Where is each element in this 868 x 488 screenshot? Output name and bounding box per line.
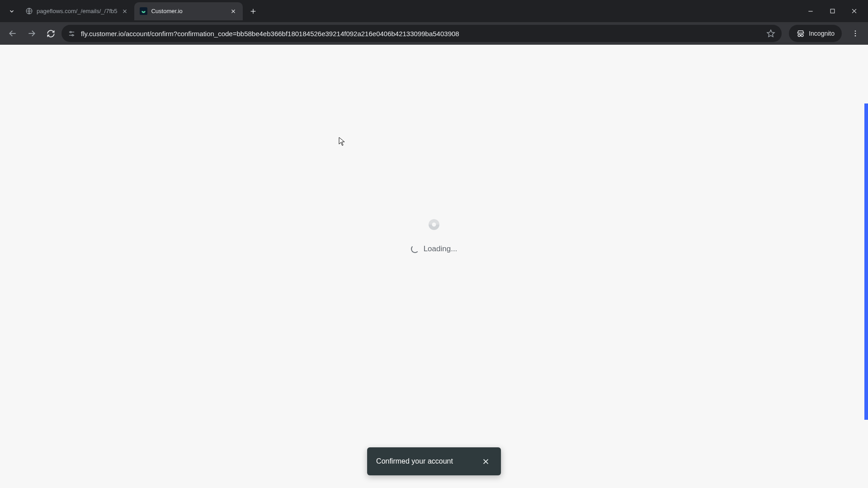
forward-button[interactable] (24, 25, 40, 42)
toast-message: Confirmed your account (376, 457, 453, 465)
star-icon (766, 29, 775, 38)
tab-customerio[interactable]: Customer.io (134, 2, 243, 20)
svg-point-23 (855, 33, 856, 34)
browser-tabstrip: pageflows.com/_/emails/_/7fb5 Customer.i… (0, 0, 868, 22)
toast-close-button[interactable] (480, 455, 492, 467)
arrow-left-icon (8, 29, 17, 38)
svg-point-20 (801, 34, 803, 37)
tab-close-button[interactable] (121, 7, 129, 15)
svg-point-24 (855, 35, 856, 37)
incognito-indicator[interactable]: Incognito (789, 25, 842, 42)
address-bar[interactable]: fly.customer.io/account/confirm?confirma… (61, 25, 782, 42)
toast-notification: Confirmed your account (367, 447, 501, 475)
close-icon (122, 9, 127, 14)
loading-indicator: Loading... (411, 216, 458, 253)
close-icon (851, 8, 858, 14)
minimize-button[interactable] (800, 2, 821, 20)
maximize-button[interactable] (822, 2, 843, 20)
incognito-label: Incognito (809, 30, 835, 37)
minimize-icon (807, 8, 814, 14)
site-settings-button[interactable] (68, 30, 75, 38)
page-scrollbar[interactable] (861, 45, 868, 488)
maximize-icon (830, 8, 835, 14)
svg-rect-3 (140, 7, 147, 15)
reload-button[interactable] (42, 25, 59, 42)
tab-title: Customer.io (151, 8, 226, 14)
mouse-cursor-icon (339, 137, 345, 146)
close-icon (231, 9, 236, 14)
window-controls (800, 2, 868, 20)
plus-icon (250, 8, 257, 15)
more-vertical-icon (851, 29, 859, 38)
bookmark-button[interactable] (766, 29, 775, 38)
page-content: Loading... Confirmed your account (0, 45, 868, 488)
tab-title: pageflows.com/_/emails/_/7fb5 (37, 8, 117, 14)
tab-pageflows[interactable]: pageflows.com/_/emails/_/7fb5 (20, 2, 134, 20)
reload-icon (47, 29, 55, 38)
browser-menu-button[interactable] (847, 25, 863, 42)
svg-rect-9 (830, 9, 835, 13)
globe-icon (25, 7, 33, 15)
chevron-down-icon (9, 8, 15, 14)
loading-text: Loading... (424, 244, 458, 253)
customerio-logo-icon (426, 216, 442, 233)
scrollbar-thumb[interactable] (864, 103, 868, 420)
svg-point-17 (72, 34, 73, 36)
new-tab-button[interactable] (245, 4, 261, 19)
tune-icon (68, 30, 75, 38)
svg-marker-18 (767, 30, 774, 37)
spinner-icon (411, 245, 419, 253)
tab-close-button[interactable] (229, 7, 237, 15)
incognito-icon (796, 29, 805, 38)
url-text: fly.customer.io/account/confirm?confirma… (81, 30, 761, 38)
back-button[interactable] (5, 25, 21, 42)
svg-point-22 (855, 30, 856, 32)
browser-toolbar: fly.customer.io/account/confirm?confirma… (0, 22, 868, 45)
arrow-right-icon (27, 29, 36, 38)
customerio-favicon-icon (140, 7, 147, 15)
close-icon (482, 458, 490, 465)
svg-point-15 (70, 31, 71, 33)
loading-row: Loading... (411, 244, 458, 253)
close-window-button[interactable] (844, 2, 864, 20)
tab-search-button[interactable] (4, 3, 20, 19)
svg-point-19 (798, 34, 800, 37)
